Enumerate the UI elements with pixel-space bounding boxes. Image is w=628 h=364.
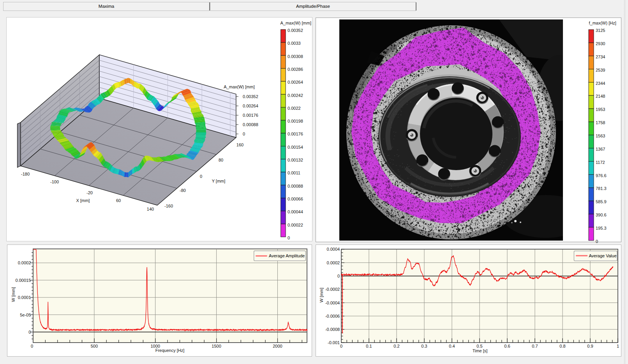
svg-text:0.6: 0.6 — [504, 344, 510, 348]
svg-text:-0.001: -0.001 — [328, 340, 340, 345]
svg-text:0.00176: 0.00176 — [243, 113, 258, 118]
svg-text:0: 0 — [596, 239, 598, 244]
svg-text:-80: -80 — [180, 188, 186, 193]
svg-text:0.00198: 0.00198 — [288, 119, 303, 123]
svg-text:1500: 1500 — [212, 344, 221, 348]
svg-text:80: 80 — [219, 158, 223, 162]
svg-text:1953: 1953 — [596, 107, 605, 112]
svg-text:0.00176: 0.00176 — [288, 132, 303, 136]
svg-text:2000: 2000 — [273, 344, 282, 348]
svg-text:0.0002: 0.0002 — [327, 260, 340, 265]
svg-text:A_max(W) [mm]: A_max(W) [mm] — [224, 84, 254, 89]
svg-text:195.3: 195.3 — [596, 226, 607, 230]
svg-text:0.0004: 0.0004 — [327, 247, 340, 251]
svg-text:0.1: 0.1 — [366, 344, 372, 348]
svg-text:0.00088: 0.00088 — [243, 122, 258, 127]
svg-text:0.0022: 0.0022 — [288, 106, 301, 111]
svg-text:140: 140 — [147, 207, 154, 211]
svg-text:2344: 2344 — [596, 81, 605, 86]
svg-text:0.5: 0.5 — [476, 344, 482, 348]
svg-text:0.0001: 0.0001 — [18, 295, 31, 300]
svg-text:0: 0 — [340, 344, 342, 348]
svg-text:2148: 2148 — [596, 94, 605, 98]
svg-text:0.4: 0.4 — [449, 344, 455, 348]
svg-text:0.0033: 0.0033 — [288, 41, 301, 46]
svg-text:0.00132: 0.00132 — [288, 158, 303, 162]
svg-text:976.6: 976.6 — [596, 173, 607, 178]
svg-text:0.00088: 0.00088 — [288, 184, 303, 188]
svg-text:0.3: 0.3 — [421, 344, 427, 348]
svg-text:2539: 2539 — [596, 68, 605, 72]
svg-text:2930: 2930 — [596, 41, 605, 46]
svg-text:-160: -160 — [164, 204, 173, 208]
svg-text:160: 160 — [236, 142, 243, 147]
svg-text:Frequency [Hz]: Frequency [Hz] — [155, 348, 185, 353]
svg-text:0.00154: 0.00154 — [288, 145, 303, 149]
svg-text:0.00044: 0.00044 — [288, 209, 303, 214]
svg-text:Time [s]: Time [s] — [473, 348, 488, 353]
svg-text:1: 1 — [617, 344, 619, 348]
svg-text:1172: 1172 — [596, 160, 605, 165]
svg-text:0.00308: 0.00308 — [288, 54, 303, 59]
svg-text:0: 0 — [337, 274, 340, 278]
svg-text:0.00264: 0.00264 — [243, 104, 258, 108]
svg-text:0.8: 0.8 — [559, 344, 565, 348]
svg-text:3125: 3125 — [596, 28, 605, 33]
svg-text:0.9: 0.9 — [587, 344, 593, 348]
svg-text:0.00264: 0.00264 — [288, 80, 303, 84]
svg-text:0.2: 0.2 — [393, 344, 399, 348]
svg-text:0.00015: 0.00015 — [16, 278, 31, 283]
svg-text:5e-05: 5e-05 — [20, 313, 31, 317]
svg-text:Average Value: Average Value — [589, 253, 616, 258]
svg-text:-0.0004: -0.0004 — [325, 301, 340, 305]
svg-text:500: 500 — [91, 344, 98, 348]
svg-text:0.00242: 0.00242 — [288, 93, 303, 98]
svg-text:1563: 1563 — [596, 134, 605, 138]
svg-text:0.00022: 0.00022 — [288, 223, 303, 227]
svg-text:X [mm]: X [mm] — [76, 198, 90, 203]
svg-text:0.7: 0.7 — [532, 344, 538, 348]
svg-text:781.3: 781.3 — [596, 186, 607, 191]
svg-text:-0.0002: -0.0002 — [325, 287, 340, 292]
svg-text:1367: 1367 — [596, 147, 605, 151]
svg-text:-0.0006: -0.0006 — [325, 314, 340, 318]
svg-text:0: 0 — [288, 236, 290, 240]
svg-text:585.9: 585.9 — [596, 199, 607, 204]
svg-text:Average Amplitude: Average Amplitude — [269, 253, 305, 258]
svg-text:0: 0 — [31, 344, 33, 348]
svg-text:0: 0 — [243, 132, 245, 136]
svg-text:f_max(W) [Hz]: f_max(W) [Hz] — [589, 21, 616, 25]
svg-text:W [mm]: W [mm] — [319, 288, 324, 302]
svg-text:2734: 2734 — [596, 55, 605, 59]
svg-text:0.00352: 0.00352 — [288, 28, 303, 33]
svg-text:0: 0 — [200, 174, 202, 179]
svg-text:0.0011: 0.0011 — [288, 171, 300, 175]
svg-text:-0.0008: -0.0008 — [325, 327, 340, 332]
svg-text:W [mm]: W [mm] — [11, 287, 16, 302]
svg-text:-20: -20 — [86, 190, 93, 195]
svg-text:0.00066: 0.00066 — [288, 197, 303, 201]
svg-text:A_max(W) [mm]: A_max(W) [mm] — [280, 21, 311, 25]
svg-text:Y [mm]: Y [mm] — [212, 179, 226, 183]
svg-text:-100: -100 — [50, 179, 59, 184]
svg-text:0.0002: 0.0002 — [18, 260, 31, 265]
svg-text:0.00286: 0.00286 — [288, 67, 303, 72]
svg-text:390.6: 390.6 — [596, 213, 607, 217]
svg-text:0: 0 — [28, 330, 31, 334]
svg-text:0.00352: 0.00352 — [243, 94, 258, 99]
svg-text:60: 60 — [116, 198, 121, 203]
svg-text:1758: 1758 — [596, 120, 605, 125]
svg-text:-180: -180 — [21, 172, 30, 176]
